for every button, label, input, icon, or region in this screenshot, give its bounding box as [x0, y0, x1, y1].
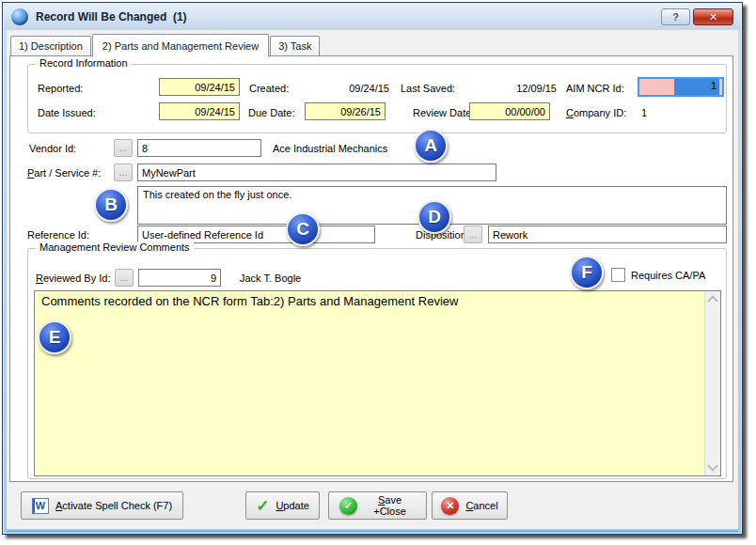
- date-issued-label: Date Issued:: [38, 107, 96, 118]
- comments-text: Comments recorded on the NCR form Tab:2)…: [35, 291, 703, 475]
- annotation-badge-b: B: [94, 188, 128, 222]
- reviewed-by-browse-button[interactable]: ...: [115, 269, 134, 287]
- vendor-browse-button[interactable]: ...: [114, 139, 133, 157]
- aim-ncr-id-label: AIM NCR Id:: [566, 83, 624, 94]
- update-button[interactable]: ✓ Update: [245, 491, 320, 520]
- reported-date-field[interactable]: [159, 78, 240, 96]
- tab-description[interactable]: 1) Description: [10, 36, 91, 56]
- vendor-id-field[interactable]: [137, 139, 261, 157]
- review-date-label: Review Date:: [413, 107, 474, 118]
- created-label: Created:: [249, 83, 289, 94]
- last-saved-label: Last Saved:: [401, 83, 455, 94]
- management-review-comments-group-label: Management Review Comments: [36, 241, 194, 253]
- company-id-value: 1: [641, 107, 660, 118]
- part-browse-button[interactable]: ...: [114, 164, 133, 181]
- date-issued-field[interactable]: [159, 102, 240, 120]
- reviewer-name-value: Jack T. Bogle: [240, 272, 301, 284]
- reference-id-label: Reference Id:: [27, 229, 89, 241]
- management-review-comments-group: Management Review Comments Reviewed By I…: [27, 248, 727, 479]
- scroll-up-icon[interactable]: [707, 295, 717, 305]
- disposition-browse-button[interactable]: ...: [464, 226, 482, 243]
- scroll-down-icon[interactable]: [707, 460, 717, 471]
- activate-spell-check-label: Activate Spell Check (F7): [55, 500, 172, 511]
- reviewed-by-id-label: Reviewed By Id:: [36, 272, 111, 284]
- aim-ncr-id-field[interactable]: 1: [638, 77, 724, 97]
- word-icon: W: [32, 498, 49, 514]
- reported-label: Reported:: [38, 83, 83, 94]
- tab-parts-and-management-review[interactable]: 2) Parts and Management Review: [92, 34, 269, 57]
- created-value: 09/24/15: [305, 83, 389, 94]
- last-saved-value: 12/09/15: [472, 83, 557, 94]
- company-id-label: Company ID:: [566, 107, 626, 118]
- dialog-client: 1) Description 2) Parts and Management R…: [7, 30, 738, 529]
- app-globe-icon: [11, 8, 28, 25]
- part-service-label: Part / Service #:: [27, 167, 101, 179]
- annotation-badge-c: C: [286, 212, 320, 246]
- save-close-label: Save +Close: [364, 494, 416, 517]
- screenshot-stage: Record Will Be Changed (1) ? ✕ 1) Descri…: [0, 0, 756, 545]
- update-check-icon: ✓: [256, 498, 269, 514]
- annotation-badge-a: A: [414, 129, 448, 163]
- activate-spell-check-button[interactable]: W Activate Spell Check (F7): [21, 491, 183, 520]
- annotation-badge-f: F: [570, 256, 604, 289]
- tab-task[interactable]: 3) Task: [270, 36, 320, 56]
- due-date-field[interactable]: [305, 102, 386, 120]
- annotation-badge-e: E: [38, 320, 71, 354]
- save-close-button[interactable]: ✓ Save +Close: [328, 491, 427, 520]
- part-service-field[interactable]: [137, 164, 496, 181]
- cancel-label: Cancel: [465, 500, 497, 511]
- due-date-label: Due Date:: [248, 107, 295, 118]
- review-date-field[interactable]: [469, 102, 550, 120]
- vendor-name-value: Ace Industrial Mechanics: [273, 143, 387, 154]
- annotation-badge-d: D: [417, 200, 451, 234]
- help-button[interactable]: ?: [661, 8, 690, 25]
- reviewed-by-id-field[interactable]: [138, 269, 221, 287]
- save-check-icon: ✓: [339, 497, 357, 515]
- update-label: Update: [276, 500, 308, 511]
- cancel-x-icon: ✕: [441, 497, 459, 515]
- close-button[interactable]: ✕: [693, 8, 733, 25]
- window-title: Record Will Be Changed (1): [36, 10, 658, 23]
- cancel-button[interactable]: ✕ Cancel: [432, 491, 508, 520]
- comments-textarea[interactable]: Comments recorded on the NCR form Tab:2)…: [34, 290, 721, 476]
- button-bar: W Activate Spell Check (F7) ✓ Update ✓ S…: [7, 482, 738, 529]
- aim-ncr-id-value: 1: [711, 80, 717, 91]
- record-information-group-label: Record Information: [36, 57, 132, 69]
- comments-scrollbar[interactable]: [704, 291, 720, 475]
- requires-capa-label: Requires CA/PA: [631, 270, 705, 281]
- record-information-group: Record Information Reported: Created: 09…: [27, 64, 727, 133]
- vendor-id-label: Vendor Id:: [29, 143, 76, 154]
- title-bar[interactable]: Record Will Be Changed (1) ? ✕: [4, 4, 741, 30]
- tab-panel: Record Information Reported: Created: 09…: [9, 55, 733, 482]
- requires-capa-checkbox[interactable]: [611, 268, 625, 282]
- disposition-field[interactable]: [488, 226, 727, 243]
- dialog-window: Record Will Be Changed (1) ? ✕ 1) Descri…: [2, 2, 743, 535]
- tab-strip: 1) Description 2) Parts and Management R…: [10, 34, 321, 56]
